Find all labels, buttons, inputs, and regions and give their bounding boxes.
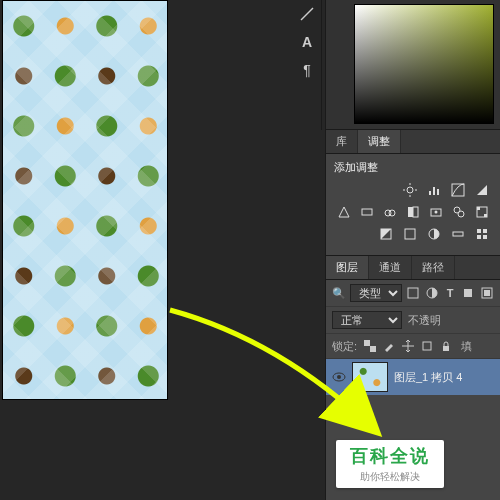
svg-rect-30 (483, 229, 487, 233)
exposure-icon[interactable] (472, 181, 492, 199)
lock-paint-icon[interactable] (381, 338, 397, 354)
text-tool-icon[interactable]: A (292, 28, 322, 56)
svg-rect-42 (423, 342, 431, 350)
brightness-icon[interactable] (400, 181, 420, 199)
hue-icon[interactable] (357, 203, 376, 221)
svg-rect-32 (483, 235, 487, 239)
filter-shape-icon[interactable] (461, 285, 475, 301)
svg-rect-23 (484, 214, 487, 217)
lock-label: 锁定: (332, 339, 357, 354)
curves-icon[interactable] (448, 181, 468, 199)
svg-rect-9 (452, 184, 464, 196)
color-balance-icon[interactable] (380, 203, 399, 221)
layer-filter-row: 🔍 类型 T (326, 280, 500, 307)
blend-row: 正常 不透明 (326, 307, 500, 334)
threshold-icon[interactable] (424, 225, 444, 243)
bw-icon[interactable] (403, 203, 422, 221)
svg-rect-35 (464, 289, 472, 297)
lock-position-icon[interactable] (400, 338, 416, 354)
lock-all-icon[interactable] (438, 338, 454, 354)
gradient-map-icon[interactable] (448, 225, 468, 243)
tab-channels[interactable]: 通道 (369, 256, 412, 279)
paragraph-tool-icon[interactable]: ¶ (292, 56, 322, 84)
tab-adjustments[interactable]: 调整 (358, 130, 401, 153)
lookup-icon[interactable] (473, 203, 492, 221)
svg-rect-38 (364, 340, 370, 346)
tab-library[interactable]: 库 (326, 130, 358, 153)
blend-mode-select[interactable]: 正常 (332, 311, 402, 329)
adjustments-panel: 添加调整 (326, 154, 500, 256)
svg-rect-29 (477, 229, 481, 233)
tab-paths[interactable]: 路径 (412, 256, 455, 279)
posterize-icon[interactable] (400, 225, 420, 243)
filter-text-icon[interactable]: T (443, 285, 457, 301)
svg-point-18 (435, 211, 438, 214)
right-panels: 库 调整 添加调整 图层 通道 (325, 0, 500, 500)
svg-rect-15 (408, 207, 413, 217)
layer-kind-select[interactable]: 类型 (350, 284, 402, 302)
svg-rect-7 (433, 187, 435, 195)
lock-artboard-icon[interactable] (419, 338, 435, 354)
svg-rect-39 (370, 346, 376, 352)
svg-rect-26 (405, 229, 415, 239)
adjustments-tab-bar: 库 调整 (326, 130, 500, 154)
canvas-area (0, 0, 277, 500)
watermark-subtitle: 助你轻松解决 (360, 470, 420, 484)
search-icon[interactable]: 🔍 (332, 287, 346, 300)
svg-rect-33 (408, 288, 418, 298)
selective-color-icon[interactable] (472, 225, 492, 243)
svg-rect-28 (453, 232, 463, 236)
filter-smart-icon[interactable] (480, 285, 494, 301)
tab-layers[interactable]: 图层 (326, 256, 369, 279)
svg-rect-16 (413, 207, 418, 217)
watermark-title: 百科全说 (350, 444, 430, 468)
svg-point-45 (337, 375, 341, 379)
photo-filter-icon[interactable] (427, 203, 446, 221)
document-preview[interactable] (2, 0, 168, 400)
filter-image-icon[interactable] (406, 285, 420, 301)
svg-rect-12 (362, 209, 372, 215)
layer-item-active[interactable]: 图层_1 拷贝 4 (326, 359, 500, 395)
svg-marker-10 (477, 185, 487, 195)
svg-point-1 (407, 187, 413, 193)
svg-point-14 (389, 210, 395, 216)
visibility-icon[interactable] (332, 370, 346, 384)
layer-thumbnail[interactable] (352, 362, 388, 392)
line-segment-icon[interactable] (292, 0, 322, 28)
svg-rect-43 (443, 346, 449, 351)
color-picker-panel (326, 0, 500, 130)
filter-adjustment-icon[interactable] (424, 285, 438, 301)
svg-point-20 (458, 211, 464, 217)
lock-row: 锁定: 填 (326, 334, 500, 359)
svg-rect-6 (429, 191, 431, 195)
svg-marker-25 (381, 229, 391, 239)
color-field[interactable] (354, 4, 494, 124)
svg-rect-8 (437, 189, 439, 195)
adjustments-title: 添加调整 (334, 160, 492, 175)
lock-transparent-icon[interactable] (362, 338, 378, 354)
layer-name-label: 图层_1 拷贝 4 (394, 370, 462, 385)
channel-mixer-icon[interactable] (450, 203, 469, 221)
svg-rect-37 (484, 290, 490, 296)
vibrance-icon[interactable] (334, 203, 353, 221)
watermark: 百科全说 助你轻松解决 (336, 440, 444, 488)
levels-icon[interactable] (424, 181, 444, 199)
svg-rect-22 (477, 207, 480, 210)
svg-line-0 (301, 8, 313, 20)
svg-rect-31 (477, 235, 481, 239)
svg-marker-11 (339, 207, 349, 217)
opacity-label: 不透明 (408, 313, 441, 328)
fill-label: 填 (461, 339, 472, 354)
invert-icon[interactable] (376, 225, 396, 243)
collapsed-tool-column: A ¶ (292, 0, 322, 130)
